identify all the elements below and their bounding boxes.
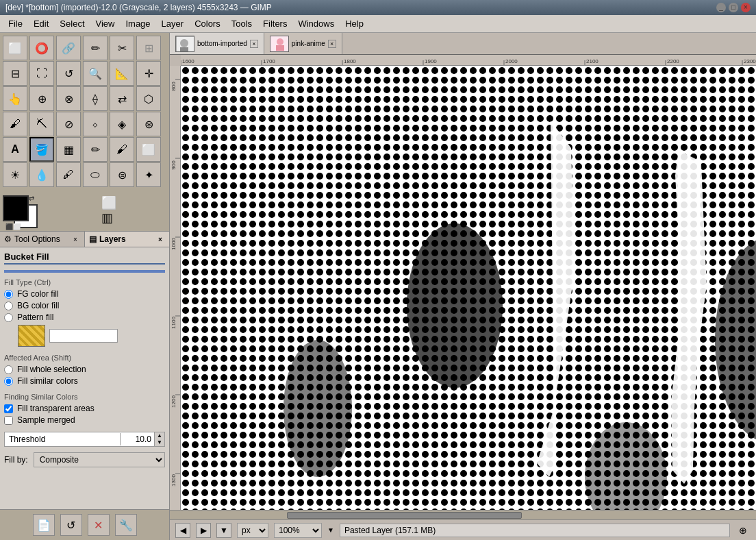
nav-right-icon[interactable]: ▶ bbox=[196, 523, 211, 538]
reset-colors-icon[interactable]: ⬛⬜ bbox=[5, 223, 21, 230]
fill-whole-selection-option[interactable]: Fill whole selection bbox=[4, 365, 165, 374]
menu-help[interactable]: Help bbox=[340, 16, 369, 31]
tool-align[interactable]: ⊟ bbox=[3, 61, 27, 86]
tool-text[interactable]: A bbox=[3, 137, 27, 162]
menu-file[interactable]: File bbox=[3, 16, 28, 31]
fill-similar-radio[interactable] bbox=[4, 377, 13, 386]
tool-paint-select[interactable]: 🖌 bbox=[3, 112, 27, 136]
pattern-fill-option[interactable]: Pattern fill bbox=[4, 312, 165, 322]
menu-select[interactable]: Select bbox=[54, 16, 90, 31]
tool-by-color[interactable]: ◈ bbox=[110, 112, 134, 136]
delete-icon[interactable]: ✕ bbox=[88, 514, 110, 536]
color-mode-solid[interactable]: ⬜ bbox=[101, 195, 116, 210]
threshold-up-arrow[interactable]: ▲ bbox=[155, 432, 164, 439]
refresh-icon[interactable]: ↺ bbox=[60, 514, 82, 536]
tool-ellipse-select[interactable]: ⭕ bbox=[29, 36, 54, 60]
tool-dodge[interactable]: ☀ bbox=[3, 162, 27, 187]
image-tab-1[interactable]: pink-anime × bbox=[264, 33, 342, 54]
tool-ink[interactable]: 🖋 bbox=[56, 162, 81, 187]
color-mode-pattern[interactable]: ▥ bbox=[101, 210, 116, 225]
bg-fill-radio[interactable] bbox=[4, 302, 13, 310]
canvas-expand-icon[interactable]: ⊕ bbox=[735, 523, 751, 538]
sample-merged-option[interactable]: Sample merged bbox=[4, 415, 165, 425]
fg-fill-option[interactable]: FG color fill bbox=[4, 289, 165, 299]
tab-tool-options[interactable]: ⚙ Tool Options × bbox=[0, 232, 85, 247]
tool-smear[interactable]: ✦ bbox=[136, 162, 161, 187]
tool-flip[interactable]: ⇄ bbox=[110, 86, 134, 111]
close-button[interactable]: × bbox=[741, 3, 751, 12]
tool-zoom[interactable]: 🔍 bbox=[83, 61, 108, 86]
fill-similar-colors-option[interactable]: Fill similar colors bbox=[4, 376, 165, 386]
threshold-value[interactable]: 10.0 bbox=[120, 433, 154, 445]
tool-move[interactable]: ⊞ bbox=[136, 36, 161, 60]
statusbar: ◀ ▶ ▼ px in mm 100% 50% 200% 25% ▼ Paste… bbox=[170, 519, 756, 540]
tool-pencil[interactable]: ✏ bbox=[83, 36, 108, 60]
tool-blur[interactable]: 💧 bbox=[29, 162, 54, 187]
tool-mypaint[interactable]: ⬭ bbox=[83, 162, 108, 187]
tool-4arrows[interactable]: ✛ bbox=[136, 61, 161, 86]
fillby-select[interactable]: Composite Fill whole selection Line art … bbox=[34, 452, 165, 467]
menu-edit[interactable]: Edit bbox=[28, 16, 54, 31]
nav-down-icon[interactable]: ▼ bbox=[216, 523, 231, 538]
image-tab-0[interactable]: bottom-imported × bbox=[170, 33, 264, 54]
tool-measure[interactable]: 📐 bbox=[110, 61, 134, 86]
tool-pencil2[interactable]: ✏ bbox=[83, 137, 108, 162]
new-document-icon[interactable]: 📄 bbox=[33, 514, 55, 536]
menu-colors[interactable]: Colors bbox=[189, 16, 226, 31]
foreground-color[interactable] bbox=[3, 195, 29, 221]
tool-fuzzy-select[interactable]: ⊘ bbox=[56, 112, 81, 136]
minimize-button[interactable]: _ bbox=[716, 3, 726, 12]
tool-clone2[interactable]: ⊜ bbox=[110, 162, 134, 187]
window-controls[interactable]: _ □ × bbox=[716, 3, 751, 12]
tool-free-select[interactable]: 🔗 bbox=[56, 36, 81, 60]
tool-scissors[interactable]: ✂ bbox=[110, 36, 134, 60]
tab-close-0[interactable]: × bbox=[250, 40, 258, 48]
bg-fill-option[interactable]: BG color fill bbox=[4, 301, 165, 310]
tab-layers[interactable]: ▤ Layers × bbox=[85, 232, 169, 247]
tool-heal[interactable]: ⊗ bbox=[56, 86, 81, 111]
fill-transparent-option[interactable]: Fill transparent areas bbox=[4, 404, 165, 413]
tool-smudge[interactable]: 👆 bbox=[3, 86, 27, 111]
tool-transform[interactable]: ↺ bbox=[56, 61, 81, 86]
menu-layer[interactable]: Layer bbox=[156, 16, 190, 31]
tab-close-1[interactable]: × bbox=[328, 40, 336, 48]
tool-cage[interactable]: ⬡ bbox=[136, 86, 161, 111]
tab-layers-close[interactable]: × bbox=[155, 234, 165, 244]
horizontal-scrollbar[interactable] bbox=[170, 510, 756, 519]
threshold-spinner[interactable]: ▲ ▼ bbox=[154, 432, 164, 446]
tab-tool-options-close[interactable]: × bbox=[71, 234, 80, 244]
pattern-name-input[interactable]: Pine bbox=[49, 329, 118, 343]
fg-fill-radio[interactable] bbox=[4, 290, 13, 299]
menu-view[interactable]: View bbox=[90, 16, 121, 31]
fill-whole-radio[interactable] bbox=[4, 365, 13, 374]
unit-selector[interactable]: px in mm bbox=[237, 523, 268, 538]
fill-transparent-checkbox[interactable] bbox=[4, 404, 13, 413]
tool-perspective[interactable]: ⟠ bbox=[83, 86, 108, 111]
pattern-fill-radio[interactable] bbox=[4, 313, 13, 322]
sample-merged-checkbox[interactable] bbox=[4, 416, 13, 425]
canvas-viewport[interactable] bbox=[181, 66, 756, 510]
nav-left-icon[interactable]: ◀ bbox=[175, 523, 190, 538]
zoom-selector[interactable]: 100% 50% 200% 25% bbox=[274, 523, 322, 538]
maximize-button[interactable]: □ bbox=[729, 3, 738, 12]
menu-filters[interactable]: Filters bbox=[257, 16, 292, 31]
scrollbar-thumb[interactable] bbox=[287, 512, 521, 519]
tool-bucket[interactable]: 🪣 bbox=[29, 137, 54, 162]
configure-icon[interactable]: 🔧 bbox=[115, 514, 137, 536]
swap-colors-icon[interactable]: ⇄ bbox=[29, 195, 34, 202]
tool-brush[interactable]: 🖌 bbox=[110, 137, 134, 162]
tool-rect-select[interactable]: ⬜ bbox=[3, 36, 27, 60]
tool-scissors2[interactable]: ⊛ bbox=[136, 112, 161, 136]
menu-windows[interactable]: Windows bbox=[292, 16, 340, 31]
zoom-dropdown-icon[interactable]: ▼ bbox=[327, 526, 334, 534]
threshold-down-arrow[interactable]: ▼ bbox=[155, 439, 164, 446]
tool-crop[interactable]: ⛶ bbox=[29, 61, 54, 86]
menu-image[interactable]: Image bbox=[120, 16, 155, 31]
menu-tools[interactable]: Tools bbox=[226, 16, 257, 31]
tool-eraser[interactable]: ⬜ bbox=[136, 137, 161, 162]
tool-gradient[interactable]: ▦ bbox=[56, 137, 81, 162]
pattern-preview[interactable] bbox=[18, 325, 45, 347]
tool-color-pick[interactable]: ⬦ bbox=[83, 112, 108, 136]
tool-clone[interactable]: ⊕ bbox=[29, 86, 54, 111]
tool-fg-select[interactable]: ⛏ bbox=[29, 112, 54, 136]
